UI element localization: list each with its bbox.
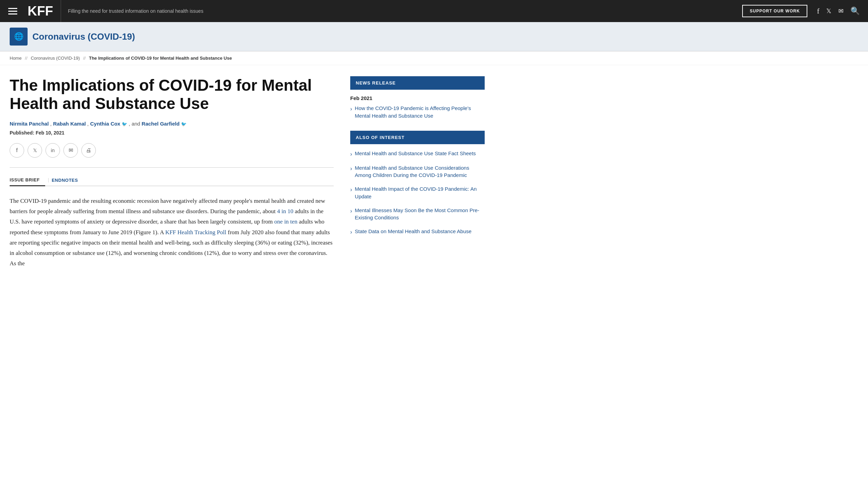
twitter-icon[interactable]: 𝕏 [826,7,831,15]
author-sep-3: , and [129,121,142,127]
site-logo[interactable]: KFF [28,0,61,22]
article-content: The Implications of COVID-19 for Mental … [10,76,334,269]
topic-title: Coronavirus (COVID-19) [32,31,135,42]
article-tabs: ISSUE BRIEF | ENDNOTES [10,175,334,186]
also-link-2-text: Mental Health and Substance Use Consider… [355,164,485,179]
author-1[interactable]: Nirmita Panchal [10,121,49,127]
tab-endnotes[interactable]: ENDNOTES [52,175,83,186]
also-chevron-2: › [350,165,352,172]
author-sep-1: , [50,121,53,127]
site-tagline: Filling the need for trusted information… [68,8,735,14]
news-release-link-text: How the COVID-19 Pandemic is Affecting P… [355,105,485,120]
also-of-interest-header: ALSO OF INTEREST [350,131,485,144]
search-icon[interactable]: 🔍 [850,7,860,16]
article-divider [10,167,334,168]
also-chevron-5: › [350,228,352,236]
also-link-4[interactable]: › Mental Illnesses May Soon Be the Most … [350,207,485,222]
author-4[interactable]: Rachel Garfield [142,121,180,127]
breadcrumb-sep-1: // [25,56,27,61]
main-layout: The Implications of COVID-19 for Mental … [0,65,827,280]
breadcrumb-section[interactable]: Coronavirus (COVID-19) [31,56,80,61]
facebook-icon[interactable]: f [817,7,819,15]
breadcrumb-current: The Implications of COVID-19 for Mental … [89,56,232,61]
also-link-3-text: Mental Health Impact of the COVID-19 Pan… [355,185,485,200]
also-link-1-text: Mental Health and Substance Use State Fa… [355,150,476,157]
share-email[interactable]: ✉ [63,143,78,158]
menu-button[interactable] [8,8,17,14]
also-link-2[interactable]: › Mental Health and Substance Use Consid… [350,164,485,179]
article-date: Published: Feb 10, 2021 [10,130,334,136]
also-chevron-3: › [350,186,352,194]
news-release-link[interactable]: › How the COVID-19 Pandemic is Affecting… [350,105,485,120]
sidebar-also-of-interest: ALSO OF INTEREST › Mental Health and Sub… [350,131,485,236]
breadcrumb-sep-2: // [83,56,85,61]
link-kff-poll[interactable]: KFF Health Tracking Poll [165,229,226,236]
news-release-header: NEWS RELEASE [350,76,485,90]
share-linkedin[interactable]: in [46,143,60,158]
article-body: The COVID-19 pandemic and the resulting … [10,196,334,269]
also-chevron-4: › [350,207,352,215]
author-3-twitter-icon: 🐦 [122,121,127,127]
also-link-5-text: State Data on Mental Health and Substanc… [355,228,472,235]
also-link-3[interactable]: › Mental Health Impact of the COVID-19 P… [350,185,485,200]
sidebar: NEWS RELEASE Feb 2021 › How the COVID-19… [350,76,485,269]
link-1in10[interactable]: one in ten [274,218,297,225]
tab-separator: | [45,175,52,186]
share-print[interactable]: 🖨 [81,143,96,158]
author-4-twitter-icon: 🐦 [181,121,186,127]
share-buttons: f 𝕏 in ✉ 🖨 [10,143,334,158]
article-title: The Implications of COVID-19 for Mental … [10,76,334,113]
share-twitter[interactable]: 𝕏 [28,143,42,158]
breadcrumb-home[interactable]: Home [10,56,22,61]
email-icon[interactable]: ✉ [838,7,844,15]
article-authors: Nirmita Panchal , Rabah Kamal , Cynthia … [10,120,334,128]
author-2[interactable]: Rabah Kamal [53,121,86,127]
also-link-1[interactable]: › Mental Health and Substance Use State … [350,150,485,158]
tab-issue-brief[interactable]: ISSUE BRIEF [10,175,45,186]
breadcrumb: Home // Coronavirus (COVID-19) // The Im… [0,51,868,65]
social-icons: f 𝕏 ✉ 🔍 [817,7,860,16]
share-facebook[interactable]: f [10,143,24,158]
also-chevron-1: › [350,150,352,158]
also-link-5[interactable]: › State Data on Mental Health and Substa… [350,228,485,236]
news-release-chevron: › [350,105,352,113]
news-release-date: Feb 2021 [350,95,485,101]
support-button[interactable]: SUPPORT OUR WORK [742,5,807,17]
also-link-4-text: Mental Illnesses May Soon Be the Most Co… [355,207,485,222]
top-navigation: KFF Filling the need for trusted informa… [0,0,868,22]
topic-header: 🌐 Coronavirus (COVID-19) [0,22,868,51]
author-3[interactable]: Cynthia Cox [90,121,120,127]
topic-icon: 🌐 [10,28,28,46]
sidebar-news-release: NEWS RELEASE Feb 2021 › How the COVID-19… [350,76,485,120]
link-4in10[interactable]: 4 in 10 [277,208,293,215]
